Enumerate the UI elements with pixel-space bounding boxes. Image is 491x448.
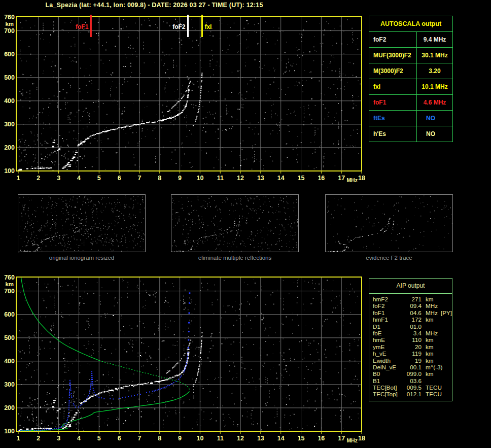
autoscala-value: 10.1 MHz <box>417 79 452 94</box>
axis-tick-label: 700 <box>4 288 15 295</box>
aip-unit: km <box>426 316 434 323</box>
aip-value: 009.5 <box>402 384 422 391</box>
axis-tick-label: 3 <box>57 175 60 182</box>
axis-tick-label: 100 <box>4 428 15 435</box>
axis-tick-label: 17 <box>338 175 345 182</box>
axis-tick-label: 700 <box>4 27 15 35</box>
aip-row-foE: foE3.4MHz <box>373 330 452 336</box>
axis-tick-label: 2 <box>37 175 40 182</box>
autoscala-table-rows: foF29.4 MHzMUF(3000)F230.1 MHzM(3000)F23… <box>369 32 452 142</box>
plot-dots <box>18 292 190 431</box>
aip-unit: km <box>426 350 434 357</box>
axis-tick-label: 8 <box>158 175 161 182</box>
aip-unit: km <box>426 296 434 302</box>
aip-label: foF1 <box>373 309 402 316</box>
axis-tick-label: 7 <box>137 175 141 182</box>
aip-label: ymE <box>373 343 402 350</box>
aip-output-table: AIP output hmF2271kmfoF209.4MHzfoF104.6M… <box>369 278 452 401</box>
aip-row-TEC[Bot]: TEC[Bot]009.5TECU <box>373 384 452 391</box>
axis-tick-label: 9 <box>178 435 182 442</box>
axis-tick-label: 1 <box>17 435 20 442</box>
axis-tick-label: 4 <box>77 435 81 442</box>
series-electron-density-profile-bottomside <box>18 391 189 430</box>
axis-tick-label: 7 <box>137 435 141 442</box>
aip-label: D1 <box>373 323 402 330</box>
plot-dots <box>21 22 358 168</box>
aip-value: 20 <box>402 343 422 350</box>
aip-row-h_vE: h_vE119km <box>373 350 452 357</box>
axis-tick-label: 16 <box>318 435 325 442</box>
aip-value: 19 <box>402 357 422 364</box>
autoscala-row-h'Es: h'EsNO <box>369 126 452 142</box>
plot-dots <box>18 19 358 171</box>
aip-row-hmE: hmE110km <box>373 336 452 343</box>
axis-tick-label: 11 <box>217 435 224 442</box>
aip-row-hmF1: hmF1172km <box>373 316 452 323</box>
autoscala-value: 30.1 MHz <box>417 48 452 63</box>
aip-row-DelN_vE: DelN_vE00.1m^(-3) <box>373 364 452 370</box>
axis-tick-label: 300 <box>4 121 15 128</box>
aip-label: foE <box>373 330 402 336</box>
axis-tick-label: 5 <box>97 435 101 442</box>
autoscala-label: M(3000)F2 <box>369 63 417 79</box>
axis-tick-label: 760 <box>4 14 15 21</box>
marker-label-fxI: fxI <box>204 23 212 30</box>
aip-row-D1: D101.0 <box>373 323 452 330</box>
axis-tick-label: 15 <box>298 435 305 442</box>
axis-tick-label: 11 <box>217 175 224 182</box>
autoscala-value: NO <box>417 111 452 126</box>
plot-dots <box>19 18 360 171</box>
plot-dots <box>18 280 360 431</box>
aip-row-foF2: foF209.4MHz <box>373 302 452 309</box>
marker-label-foF1: foF1 <box>76 23 89 30</box>
aip-label: h_vE <box>373 350 402 357</box>
plot-profile_fit: 760700600500400300200100km12345678910111… <box>4 274 365 443</box>
aip-label: B1 <box>373 377 402 384</box>
aip-value: 172 <box>402 316 422 323</box>
aip-value: 271 <box>402 296 422 302</box>
autoscala-output-table: AUTOSCALA output foF29.4 MHzMUF(3000)F23… <box>369 16 453 142</box>
autoscala-label: fxI <box>369 79 417 94</box>
autoscala-value: 4.6 MHz <box>417 95 452 110</box>
aip-value: 012.1 <box>402 391 422 397</box>
axis-tick-label: 100 <box>4 167 15 175</box>
panel-eliminate-reflections <box>171 194 299 252</box>
axis-tick-label: 500 <box>4 74 15 81</box>
panel-caption: eliminate multiple reflections <box>171 255 299 261</box>
axis-tick-label: 300 <box>4 381 15 388</box>
aip-row-B0: B0099.0km <box>373 370 452 377</box>
aip-unit: m^(-3) <box>426 364 442 370</box>
axis-tick-label: 13 <box>257 435 264 442</box>
axis-tick-label: 600 <box>4 51 15 58</box>
aip-unit: MHz <box>426 330 438 336</box>
autoscala-label: foF1 <box>369 95 417 110</box>
aip-unit: TECU <box>426 391 442 397</box>
aip-row-B1: B103.6 <box>373 377 452 384</box>
panel-caption: evidence F2 trace <box>325 255 453 261</box>
autoscala-row-M(3000)F2: M(3000)F23.20 <box>369 63 452 79</box>
autoscala-label: ftEs <box>369 111 417 126</box>
aip-value: 04.6 <box>402 309 422 316</box>
axis-tick-label: 5 <box>97 175 101 182</box>
autoscala-value: 3.20 <box>417 63 452 79</box>
aip-row-hmF2: hmF2271km <box>373 296 452 302</box>
axis-tick-label: 6 <box>118 435 121 442</box>
autoscala-label: MUF(3000)F2 <box>369 48 417 63</box>
aip-row-Ewidth: Ewidth19km <box>373 357 452 364</box>
axis-tick-label: 13 <box>257 175 264 182</box>
axis-tick-label: 10 <box>196 175 203 182</box>
axis-tick-label: 200 <box>4 404 15 411</box>
aip-table-rows: hmF2271kmfoF209.4MHzfoF104.6MHz[PY]hmF11… <box>369 294 452 401</box>
aip-label: TEC[Bot] <box>373 384 402 391</box>
axis-ticks <box>18 171 362 174</box>
autoscala-row-foF2: foF29.4 MHz <box>369 32 452 48</box>
axis-tick-label: 400 <box>4 358 15 365</box>
axis-tick-label: 9 <box>178 175 182 182</box>
aip-value: 00.1 <box>402 364 422 370</box>
marker-label-foF2: foF2 <box>172 23 186 30</box>
plot-dots <box>21 282 354 431</box>
axis-tick-label: 8 <box>158 435 161 442</box>
axis-tick-label: 500 <box>4 334 15 341</box>
aip-label: TEC[Top] <box>373 391 402 397</box>
panel-evidence-f2-trace <box>325 194 453 252</box>
